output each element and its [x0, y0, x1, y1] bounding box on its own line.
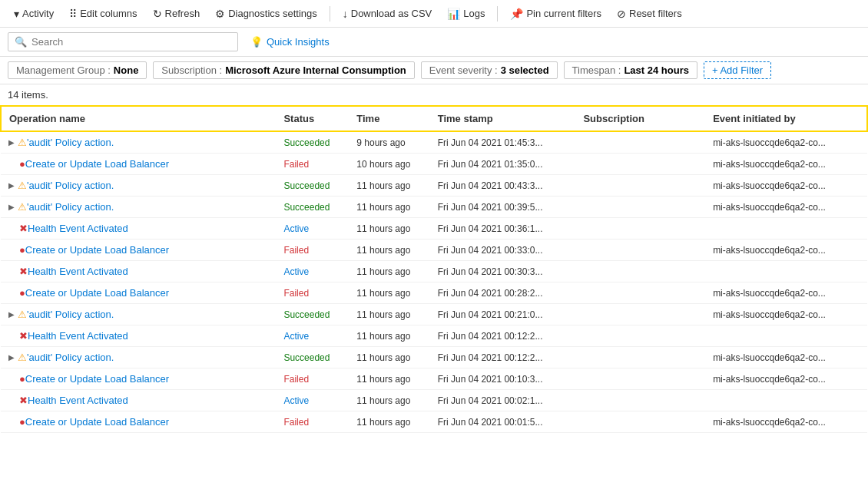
operation-name-text: Create or Update Load Balancer: [25, 158, 169, 170]
cell-timestamp: Fri Jun 04 2021 00:36:1...: [430, 218, 576, 240]
cell-initiated-by: mi-aks-lsuoccqde6qa2-co...: [705, 197, 867, 218]
cell-subscription: [575, 368, 705, 390]
cell-operation: ▶⚠ 'audit' Policy action.: [1, 131, 276, 154]
pin-filters-label: Pin current filters: [526, 8, 601, 19]
cell-status: Failed: [276, 154, 349, 175]
cell-initiated-by: mi-aks-lsuoccqde6qa2-co...: [705, 347, 867, 368]
logs-label: Logs: [463, 8, 485, 19]
download-icon: ↓: [343, 8, 348, 20]
add-filter-button[interactable]: + Add Filter: [704, 61, 771, 79]
critical-icon: ✖: [19, 330, 28, 342]
operation-name-text: Health Event Activated: [28, 330, 128, 342]
cell-time: 11 hours ago: [349, 282, 429, 304]
cell-initiated-by: mi-aks-lsuoccqde6qa2-co...: [705, 282, 867, 304]
col-header-timestamp[interactable]: Time stamp: [430, 106, 576, 131]
table-header-row: Operation name Status Time Time stamp Su…: [1, 106, 867, 131]
reset-filters-button[interactable]: ⊘ Reset filters: [611, 5, 688, 23]
cell-time: 11 hours ago: [349, 197, 429, 218]
download-button[interactable]: ↓ Download as CSV: [336, 5, 439, 23]
table-row[interactable]: ▶⚠ 'audit' Policy action.Succeeded9 hour…: [1, 131, 867, 154]
search-input[interactable]: [31, 36, 231, 48]
table-row[interactable]: ● Create or Update Load BalancerFailed11…: [1, 282, 867, 304]
operation-name-text: Health Event Activated: [28, 395, 128, 406]
cell-initiated-by: [705, 261, 867, 282]
filter-icon: ⊘: [617, 8, 626, 20]
cell-subscription: [575, 218, 705, 240]
col-header-operation[interactable]: Operation name: [1, 106, 276, 131]
cell-operation: ● Create or Update Load Balancer: [1, 240, 276, 261]
cell-operation: ● Create or Update Load Balancer: [1, 282, 276, 304]
cell-status: Succeeded: [276, 347, 349, 368]
cell-time: 11 hours ago: [349, 218, 429, 240]
expand-button[interactable]: ▶: [8, 203, 15, 211]
warning-icon: ⚠: [18, 180, 27, 191]
operation-name-text: Health Event Activated: [28, 266, 128, 277]
management-group-value: None: [114, 64, 139, 76]
pin-filters-button[interactable]: 📌 Pin current filters: [504, 5, 608, 23]
cell-status: Failed: [276, 240, 349, 261]
cell-operation: ✖ Health Event Activated: [1, 261, 276, 282]
cell-time: 11 hours ago: [349, 261, 429, 282]
activity-button[interactable]: ▾ Activity: [8, 5, 60, 23]
error-icon: ●: [19, 373, 25, 385]
edit-columns-button[interactable]: ⠿ Edit columns: [63, 5, 143, 23]
table-row[interactable]: ✖ Health Event ActivatedActive11 hours a…: [1, 261, 867, 282]
table-row[interactable]: ✖ Health Event ActivatedActive11 hours a…: [1, 390, 867, 411]
cell-operation: ● Create or Update Load Balancer: [1, 411, 276, 433]
table-row[interactable]: ● Create or Update Load BalancerFailed11…: [1, 368, 867, 390]
logs-button[interactable]: 📊 Logs: [441, 5, 491, 23]
table-row[interactable]: ▶⚠ 'audit' Policy action.Succeeded11 hou…: [1, 347, 867, 368]
expand-button[interactable]: ▶: [8, 181, 15, 190]
table-row[interactable]: ● Create or Update Load BalancerFailed10…: [1, 154, 867, 175]
cell-status: Succeeded: [276, 197, 349, 218]
cell-status: Active: [276, 325, 349, 347]
operation-name-text: Create or Update Load Balancer: [25, 244, 169, 256]
expand-button[interactable]: ▶: [8, 138, 15, 147]
operation-name-text: Create or Update Load Balancer: [25, 416, 169, 428]
cell-status: Failed: [276, 282, 349, 304]
table-row[interactable]: ▶⚠ 'audit' Policy action.Succeeded11 hou…: [1, 175, 867, 197]
col-header-initiated[interactable]: Event initiated by: [705, 106, 867, 131]
separator-2: [497, 6, 498, 21]
table-row[interactable]: ● Create or Update Load BalancerFailed11…: [1, 240, 867, 261]
col-header-status[interactable]: Status: [276, 106, 349, 131]
cell-time: 11 hours ago: [349, 347, 429, 368]
edit-columns-label: Edit columns: [80, 8, 137, 19]
cell-subscription: [575, 131, 705, 154]
operation-name-text: 'audit' Policy action.: [27, 309, 114, 320]
quick-insights-label: Quick Insights: [267, 36, 330, 48]
cell-time: 11 hours ago: [349, 325, 429, 347]
quick-insights-button[interactable]: 💡 Quick Insights: [250, 36, 330, 48]
table-row[interactable]: ✖ Health Event ActivatedActive11 hours a…: [1, 325, 867, 347]
table-row[interactable]: ▶⚠ 'audit' Policy action.Succeeded11 hou…: [1, 197, 867, 218]
error-icon: ●: [19, 244, 25, 256]
cell-status: Active: [276, 390, 349, 411]
col-header-time[interactable]: Time: [349, 106, 429, 131]
cell-subscription: [575, 261, 705, 282]
cell-timestamp: Fri Jun 04 2021 00:39:5...: [430, 197, 576, 218]
logs-icon: 📊: [447, 8, 460, 20]
expand-button[interactable]: ▶: [8, 353, 15, 362]
cell-time: 11 hours ago: [349, 368, 429, 390]
expand-button[interactable]: ▶: [8, 310, 15, 319]
cell-operation: ✖ Health Event Activated: [1, 390, 276, 411]
management-group-filter[interactable]: Management Group : None: [8, 61, 147, 79]
refresh-button[interactable]: ↻ Refresh: [147, 5, 207, 23]
cell-time: 11 hours ago: [349, 240, 429, 261]
subscription-filter[interactable]: Subscription : Microsoft Azure Internal …: [153, 61, 414, 79]
timespan-filter[interactable]: Timespan : Last 24 hours: [564, 61, 697, 79]
table-row[interactable]: ✖ Health Event ActivatedActive11 hours a…: [1, 218, 867, 240]
diagnostics-button[interactable]: ⚙ Diagnostics settings: [209, 5, 323, 23]
event-severity-filter[interactable]: Event severity : 3 selected: [421, 61, 558, 79]
table-row[interactable]: ● Create or Update Load BalancerFailed11…: [1, 411, 867, 433]
cell-status: Active: [276, 218, 349, 240]
col-header-subscription[interactable]: Subscription: [575, 106, 705, 131]
search-input-wrap[interactable]: 🔍: [8, 32, 238, 51]
table-row[interactable]: ▶⚠ 'audit' Policy action.Succeeded11 hou…: [1, 304, 867, 325]
cell-status: Failed: [276, 368, 349, 390]
operation-name-text: 'audit' Policy action.: [27, 180, 114, 191]
cell-time: 11 hours ago: [349, 175, 429, 197]
cell-status: Active: [276, 261, 349, 282]
cell-initiated-by: mi-aks-lsuoccqde6qa2-co...: [705, 131, 867, 154]
cell-timestamp: Fri Jun 04 2021 00:30:3...: [430, 261, 576, 282]
